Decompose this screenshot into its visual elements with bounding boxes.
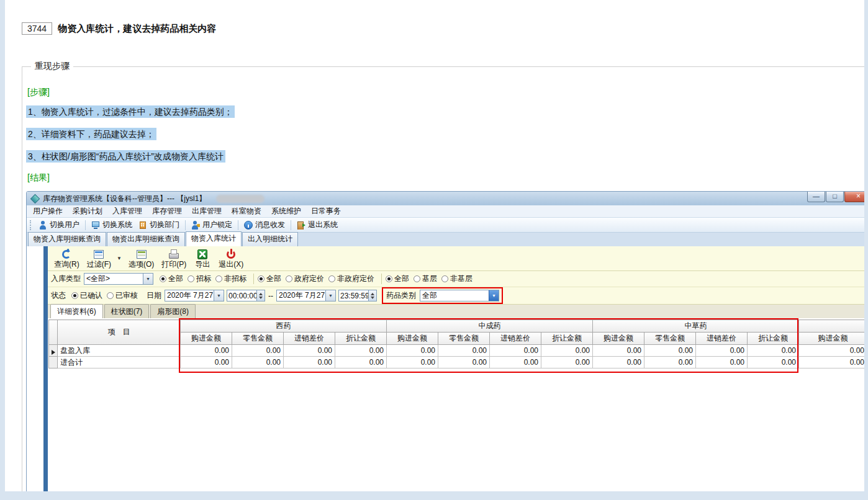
toolbar-button[interactable]: 过滤(F) [83,248,115,269]
time-spinner[interactable] [256,290,264,301]
grid-group-header: 中草药 [593,320,799,333]
spin-up-icon[interactable] [259,293,263,295]
radio-option[interactable]: 全部 [258,274,281,284]
radio-label: 非招标 [224,274,246,284]
drug-category-select[interactable]: 全部 ▼ [420,290,499,301]
section-legend: 重现步骤 [31,61,73,72]
grid-column-header: 折让金额 [335,333,387,345]
storage-type-select[interactable]: <全部> ▼ [84,273,153,285]
row-indicator [49,357,58,368]
toolbar-button-label: 切换用户 [50,220,79,230]
exit-system-icon [297,221,305,230]
tab-active[interactable]: 物资入库统计 [186,231,242,246]
toolbar-button[interactable]: 导出 [190,248,215,269]
steps-label: [步骤] [27,87,864,98]
filter-icon [93,249,104,260]
window-title: 库存物资管理系统【设备科--管理员】--- 【jysl1】 [43,194,206,204]
time-to-input[interactable]: 23:59:59 [338,290,377,301]
grid-cell: 0.00 [696,357,748,368]
radio-option[interactable]: 已审核 [107,290,138,301]
toolbar-button[interactable]: 消息收发 [242,219,287,231]
toolbar-button[interactable]: 切换部门 [136,219,182,231]
minimize-button[interactable]: — [807,192,825,202]
radio-option[interactable]: 非基层 [441,274,472,284]
toolbar-button-label: 查询(R) [54,261,79,269]
toolbar-separator [238,220,238,230]
menu-item[interactable]: 日常事务 [306,205,346,218]
subtab[interactable]: 扇形图(8) [150,304,196,318]
grid-cell: 0.00 [490,345,541,357]
tab[interactable]: 物资出库明细账查询 [107,232,185,246]
grid-cell: 0.00 [490,357,541,368]
grid-column-header: 折让金额 [748,333,799,345]
menu-item[interactable]: 系统维护 [266,205,306,218]
radio-option[interactable]: 基层 [414,274,437,284]
menu-item[interactable]: 采购计划 [68,205,107,218]
grid-cell: 0.00 [232,345,284,357]
chevron-down-icon[interactable]: ▼ [325,290,335,301]
radio-label: 政府定价 [294,274,324,284]
grid-cell: 0.00 [438,357,490,368]
toolbar-button[interactable]: 退出系统 [294,219,340,231]
toolbar-button[interactable]: 退出(X) [215,248,247,269]
menu-item[interactable]: 用户操作 [28,205,68,218]
window-titlebar[interactable]: 库存物资管理系统【设备科--管理员】--- 【jysl1】 — □ × [27,192,864,205]
grid-column-header: 购进金额 [387,333,438,345]
date-from-picker[interactable]: 2020年 7月27 ▼ [165,290,224,301]
subtab-bar: 详细资料(6)柱状图(7)扇形图(8) [48,305,864,318]
tab[interactable]: 物资入库明细账查询 [28,232,106,246]
chevron-down-icon[interactable]: ▼ [143,274,153,284]
spin-down-icon[interactable] [371,297,374,299]
menu-item[interactable]: 出库管理 [187,205,227,218]
radio-icon [414,275,420,282]
radio-label: 已审核 [115,290,138,301]
spin-down-icon[interactable] [259,297,263,299]
radio-label: 招标 [196,274,211,284]
chevron-down-icon[interactable]: ▼ [214,290,224,301]
menu-item[interactable]: 库存管理 [147,205,187,218]
menu-item[interactable]: 入库管理 [107,205,147,218]
toolbar-separator [185,220,186,230]
radio-option[interactable]: 政府定价 [286,274,324,284]
subtab[interactable]: 详细资料(6) [50,304,103,318]
result-label: [结果] [27,172,864,184]
storage-type-radio-groups: 全部招标非招标全部政府定价非政府定价全部基层非基层 [156,274,479,284]
maximize-button[interactable]: □ [826,192,844,202]
subtab[interactable]: 柱状图(7) [104,304,150,318]
radio-option[interactable]: 非政府定价 [328,274,374,284]
radio-option[interactable]: 全部 [160,274,183,284]
grid-column-header: 购进金额 [593,333,644,345]
menu-item[interactable]: 科室物资 [227,205,266,218]
close-button[interactable]: × [844,192,864,202]
radio-group: 全部招标非招标 [156,274,253,284]
radio-option[interactable]: 已确认 [71,290,102,301]
print-icon [168,249,179,260]
radio-option[interactable]: 非招标 [215,274,246,284]
toolbar-button[interactable]: 选项(O) [125,248,158,269]
radio-label: 已确认 [80,290,102,301]
chevron-down-icon[interactable]: ▼ [489,290,499,301]
grid-column-header: 购进金额 [181,333,232,345]
radio-icon [258,275,264,282]
grid-cell: 0.00 [593,345,644,357]
dropdown-arrow-button[interactable]: ▼ [115,256,124,261]
date-to-picker[interactable]: 2020年 7月27 ▼ [276,290,336,301]
toolbar-button-label: 用户锁定 [202,220,232,230]
toolbar-button[interactable]: 切换用户 [36,219,82,231]
radio-option[interactable]: 招标 [188,274,211,284]
radio-label: 全部 [168,274,183,284]
toolbar-button[interactable]: 切换系统 [89,219,135,231]
grid-column-header: 购进金额 [799,333,865,345]
main-toolbar: 切换用户切换系统切换部门用户锁定消息收发退出系统 [27,218,864,233]
grid-column-header: 零售金额 [644,333,696,345]
radio-option[interactable]: 全部 [386,274,409,284]
status-label: 状态 [50,290,66,301]
toolbar-button[interactable]: 用户锁定 [189,219,235,231]
toolbar-button[interactable]: 打印(P) [158,248,190,269]
time-from-input[interactable]: 00:00:00 [227,290,265,301]
toolbar-button[interactable]: 查询(R) [50,248,83,269]
grid-cell: 0.00 [644,357,696,368]
spin-up-icon[interactable] [371,293,374,295]
time-spinner[interactable] [368,290,376,301]
tab[interactable]: 出入明细统计 [242,232,298,246]
